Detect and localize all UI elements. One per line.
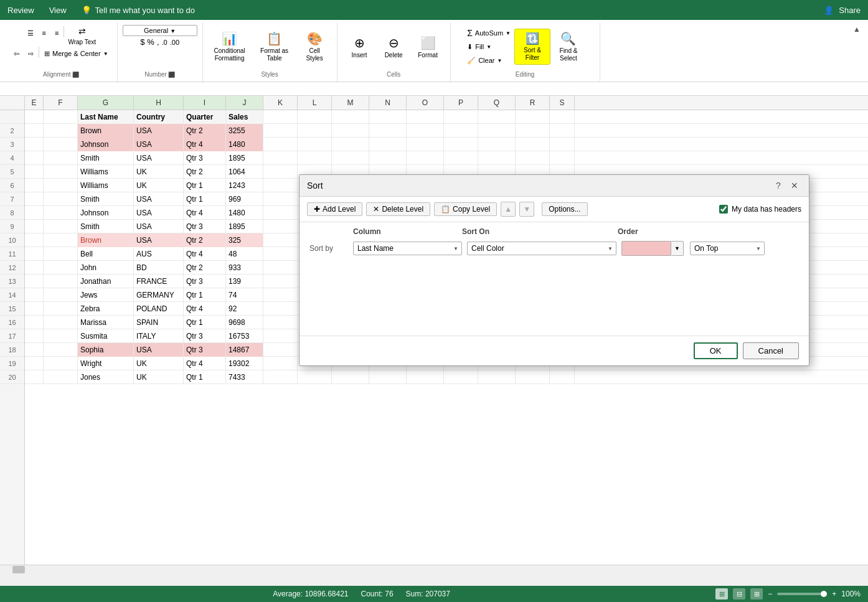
- ok-btn[interactable]: OK: [694, 342, 738, 359]
- cancel-btn[interactable]: Cancel: [743, 342, 799, 359]
- sort-empty-area: [300, 261, 809, 336]
- add-level-btn[interactable]: ✚ Add Level: [307, 202, 362, 216]
- sort-row: Sort by Last Name Cell Color ▼: [300, 236, 809, 261]
- add-level-icon: ✚: [314, 205, 320, 214]
- sort-spacer: [309, 227, 353, 236]
- on-top-select[interactable]: On Top On Bottom: [690, 242, 765, 255]
- delete-level-btn[interactable]: ✕ Delete Level: [366, 202, 430, 216]
- delete-level-label: Delete Level: [382, 205, 423, 214]
- copy-level-icon: 📋: [441, 205, 450, 214]
- column-select-wrap: Last Name: [353, 242, 462, 255]
- my-data-headers-checkbox[interactable]: [719, 205, 728, 214]
- dialog-controls: ? ✕: [771, 179, 801, 192]
- delete-level-icon: ✕: [373, 205, 379, 214]
- sort-headers-row: Column Sort On Order: [300, 222, 809, 236]
- order-header-label: Order: [618, 227, 799, 236]
- column-header-label: Column: [353, 227, 462, 236]
- headers-check-area: My data has headers: [719, 205, 801, 214]
- my-data-headers-label: My data has headers: [732, 205, 801, 214]
- dialog-titlebar: Sort ? ✕: [300, 175, 809, 197]
- options-btn[interactable]: Options...: [542, 202, 587, 216]
- sort-dialog: Sort ? ✕ ✚ Add Level ✕ Delete Level 📋 Co…: [299, 174, 809, 366]
- move-down-btn[interactable]: ▼: [519, 202, 534, 217]
- dialog-help-btn[interactable]: ?: [771, 179, 785, 192]
- order-area: ▼ On Top On Bottom: [621, 241, 765, 256]
- add-level-label: Add Level: [323, 205, 356, 214]
- color-swatch-dropdown[interactable]: ▼: [671, 241, 684, 256]
- sort-on-select-wrap: Cell Color: [467, 242, 616, 255]
- dialog-toolbar: ✚ Add Level ✕ Delete Level 📋 Copy Level …: [300, 197, 809, 222]
- copy-level-label: Copy Level: [453, 205, 490, 214]
- dialog-title: Sort: [307, 181, 323, 190]
- column-select[interactable]: Last Name: [353, 242, 462, 255]
- on-top-select-wrap: On Top On Bottom: [690, 242, 765, 255]
- sort-by-label: Sort by: [309, 244, 348, 253]
- copy-level-btn[interactable]: 📋 Copy Level: [434, 202, 497, 216]
- dialog-footer: OK Cancel: [300, 336, 809, 365]
- sort-on-header-label: Sort On: [462, 227, 618, 236]
- move-up-btn[interactable]: ▲: [501, 202, 516, 217]
- dialog-overlay: Sort ? ✕ ✚ Add Level ✕ Delete Level 📋 Co…: [0, 0, 868, 602]
- sort-on-select[interactable]: Cell Color: [467, 242, 616, 255]
- dialog-close-btn[interactable]: ✕: [788, 179, 801, 192]
- color-swatch[interactable]: [621, 241, 671, 256]
